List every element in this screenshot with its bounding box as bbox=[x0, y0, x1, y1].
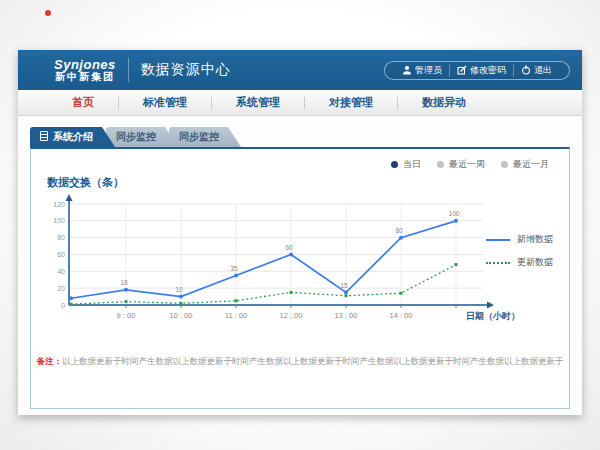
tab-system-intro[interactable]: 系统介绍 bbox=[30, 127, 115, 147]
chart-legend: 新增数据 更新数据 bbox=[486, 233, 553, 269]
svg-text:11 : 00: 11 : 00 bbox=[225, 311, 247, 320]
logout-label: 退出 bbox=[534, 64, 552, 77]
document-icon bbox=[40, 131, 48, 141]
svg-text:14 : 00: 14 : 00 bbox=[390, 311, 413, 320]
nav-item-interface-mgmt[interactable]: 对接管理 bbox=[305, 90, 397, 115]
svg-text:13 : 00: 13 : 00 bbox=[335, 311, 358, 320]
edit-icon bbox=[457, 65, 467, 75]
legend-label: 更新数据 bbox=[517, 256, 553, 269]
svg-text:0: 0 bbox=[61, 302, 65, 309]
svg-text:9 : 00: 9 : 00 bbox=[117, 311, 136, 320]
tab-label: 同步监控 bbox=[116, 131, 156, 142]
radio-label: 最近一月 bbox=[513, 158, 549, 171]
page-title: 数据资源中心 bbox=[141, 61, 231, 79]
tab-label: 系统介绍 bbox=[53, 131, 93, 142]
app-window: Synjones 新中新集团 数据资源中心 管理员 修改密码 退出 bbox=[18, 50, 582, 415]
svg-text:15: 15 bbox=[340, 282, 348, 289]
svg-text:60: 60 bbox=[57, 251, 65, 258]
legend-label: 新增数据 bbox=[517, 233, 553, 246]
tab-label: 同步监控 bbox=[179, 131, 219, 142]
legend-updated-data: 更新数据 bbox=[486, 256, 553, 269]
nav-item-system-mgmt[interactable]: 系统管理 bbox=[212, 90, 304, 115]
user-icon bbox=[402, 65, 412, 75]
period-filter-group: 当日 最近一周 最近一月 bbox=[391, 158, 549, 171]
dotted-line-swatch-icon bbox=[486, 262, 510, 264]
solid-line-swatch-icon bbox=[486, 239, 510, 241]
main-nav: 首页 标准管理 系统管理 对接管理 数据异动 bbox=[18, 90, 582, 116]
svg-text:35: 35 bbox=[230, 265, 238, 272]
nav-item-data-change[interactable]: 数据异动 bbox=[398, 90, 490, 115]
svg-text:100: 100 bbox=[53, 217, 65, 224]
y-axis-title: 数据交换（条） bbox=[47, 175, 124, 190]
exchange-line-chart: 0204060801001209 : 0010 : 0011 : 0012 : … bbox=[39, 191, 523, 331]
radio-today[interactable]: 当日 bbox=[391, 158, 421, 171]
radio-dot-icon bbox=[501, 161, 508, 168]
svg-text:18: 18 bbox=[120, 279, 128, 286]
company-logo: Synjones 新中新集团 bbox=[54, 58, 116, 82]
change-password-button[interactable]: 修改密码 bbox=[449, 64, 513, 77]
power-icon bbox=[521, 65, 531, 75]
nav-item-home[interactable]: 首页 bbox=[48, 90, 118, 115]
user-menu-button[interactable]: 管理员 bbox=[395, 64, 449, 77]
nav-item-standard-mgmt[interactable]: 标准管理 bbox=[119, 90, 211, 115]
radio-label: 当日 bbox=[403, 158, 421, 171]
svg-text:40: 40 bbox=[57, 268, 65, 275]
tab-bar: 系统介绍 同步监控 同步监控 bbox=[30, 127, 570, 147]
svg-text:120: 120 bbox=[53, 201, 65, 208]
header-divider bbox=[128, 58, 129, 82]
page-background: Synjones 新中新集团 数据资源中心 管理员 修改密码 退出 bbox=[0, 0, 600, 450]
user-toolbar: 管理员 修改密码 退出 bbox=[384, 61, 570, 80]
svg-text:100: 100 bbox=[449, 210, 460, 217]
app-header: Synjones 新中新集团 数据资源中心 管理员 修改密码 退出 bbox=[18, 50, 582, 90]
svg-text:60: 60 bbox=[285, 244, 293, 251]
svg-text:10: 10 bbox=[175, 286, 183, 293]
logout-button[interactable]: 退出 bbox=[513, 64, 559, 77]
tab-sync-monitor-1[interactable]: 同步监控 bbox=[106, 127, 178, 147]
svg-text:80: 80 bbox=[57, 234, 65, 241]
svg-text:日期（小时）: 日期（小时） bbox=[466, 311, 520, 321]
user-menu-label: 管理员 bbox=[415, 64, 442, 77]
chart-panel: 当日 最近一周 最近一月 数据交换（条） 0204060801001209 : … bbox=[30, 147, 570, 409]
change-password-label: 修改密码 bbox=[470, 64, 506, 77]
radio-dot-icon bbox=[437, 161, 444, 168]
radio-dot-icon bbox=[391, 161, 398, 168]
svg-text:20: 20 bbox=[57, 285, 65, 292]
svg-text:80: 80 bbox=[395, 227, 403, 234]
radio-label: 最近一周 bbox=[449, 158, 485, 171]
svg-text:12 : 00: 12 : 00 bbox=[280, 311, 303, 320]
logo-company-name: 新中新集团 bbox=[54, 72, 116, 83]
note-prefix: 备注： bbox=[37, 356, 63, 366]
tab-sync-monitor-2[interactable]: 同步监控 bbox=[169, 127, 241, 147]
radio-last-week[interactable]: 最近一周 bbox=[437, 158, 485, 171]
footer-note: 备注：以上数据更新于时间产生数据以上数据更新于时间产生数据以上数据更新于时间产生… bbox=[31, 356, 569, 368]
note-text: 以上数据更新于时间产生数据以上数据更新于时间产生数据以上数据更新于时间产生数据以… bbox=[62, 356, 564, 366]
content-area: 系统介绍 同步监控 同步监控 当日 最 bbox=[18, 116, 582, 409]
svg-text:10 : 00: 10 : 00 bbox=[170, 311, 193, 320]
radio-last-month[interactable]: 最近一月 bbox=[501, 158, 549, 171]
legend-new-data: 新增数据 bbox=[486, 233, 553, 246]
red-indicator-dot bbox=[45, 10, 51, 16]
logo-wordmark: Synjones bbox=[54, 58, 116, 72]
